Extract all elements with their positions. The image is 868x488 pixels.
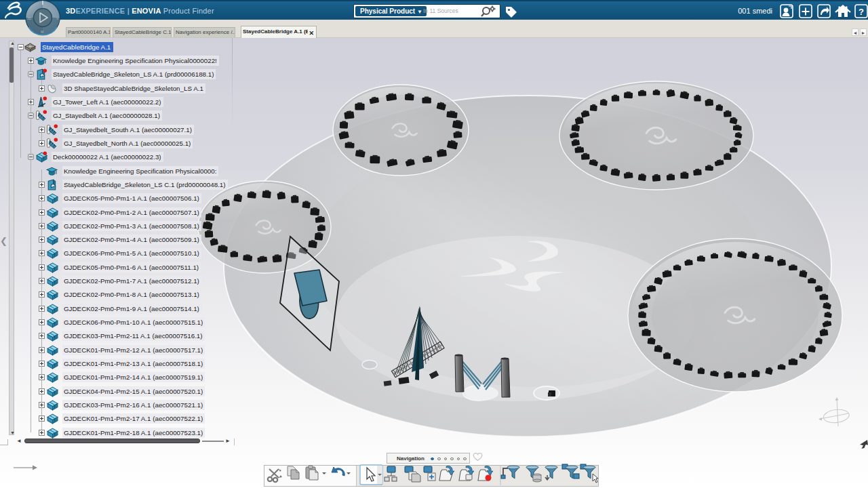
svg-text:M: M bbox=[41, 30, 43, 34]
svg-text:3D: 3D bbox=[27, 16, 32, 20]
svg-text:?: ? bbox=[859, 7, 864, 17]
